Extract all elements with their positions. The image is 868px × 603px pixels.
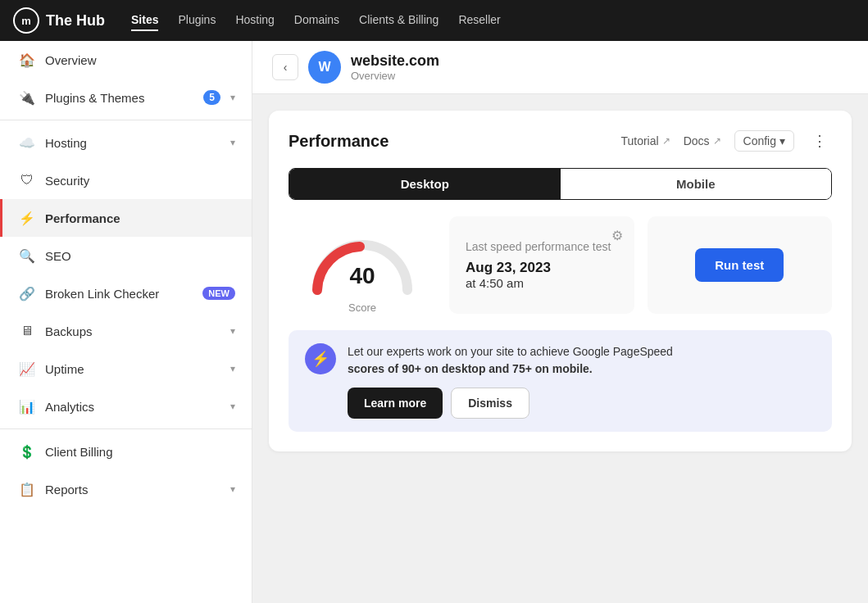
site-name: website.com (351, 52, 439, 70)
avatar: W (308, 51, 341, 84)
sidebar-item-broken-link[interactable]: 🔗 Broken Link Checker NEW (0, 274, 252, 312)
nav-hosting[interactable]: Hosting (235, 10, 274, 31)
sidebar-item-performance[interactable]: ⚡ Performance (0, 199, 252, 237)
promo-text-line1: Let our experts work on your site to ach… (348, 345, 673, 358)
sidebar-hosting-label: Hosting (45, 136, 220, 150)
sidebar-security-label: Security (45, 174, 235, 188)
score-label: Score (348, 302, 376, 314)
plugins-badge: 5 (203, 90, 220, 105)
learn-more-button[interactable]: Learn more (348, 388, 443, 419)
sidebar-client-billing-label: Client Billing (45, 445, 235, 459)
nav-clients-billing[interactable]: Clients & Billing (359, 10, 439, 31)
nav-sites[interactable]: Sites (131, 10, 158, 31)
sidebar-backups-label: Backups (45, 324, 220, 338)
cloud-icon: ☁️ (19, 134, 35, 151)
sidebar-item-hosting[interactable]: ☁️ Hosting ▾ (0, 124, 252, 161)
performance-title: Performance (289, 132, 389, 151)
docs-label: Docs (684, 134, 710, 147)
chevron-down-icon: ▾ (230, 92, 235, 103)
performance-tabs: Desktop Mobile (289, 168, 832, 200)
tab-desktop-label: Desktop (401, 177, 449, 191)
performance-section: Performance Tutorial ↗ Docs ↗ Config ▾ (252, 94, 868, 468)
tab-mobile[interactable]: Mobile (561, 169, 832, 199)
top-nav: m The Hub Sites Plugins Hosting Domains … (0, 0, 868, 41)
sidebar-item-plugins-themes[interactable]: 🔌 Plugins & Themes 5 ▾ (0, 79, 252, 116)
chevron-down-icon-analytics: ▾ (230, 401, 235, 412)
gauge-svg: 40 (301, 216, 424, 298)
analytics-icon: 📊 (19, 398, 35, 415)
promo-text-line2: scores of 90+ on desktop and 75+ on mobi… (348, 362, 593, 375)
run-test-card: Run test (648, 216, 833, 314)
external-link-icon-tutorial: ↗ (662, 135, 670, 147)
sidebar-item-backups[interactable]: 🖥 Backups ▾ (0, 312, 252, 350)
settings-icon[interactable]: ⚙ (611, 228, 623, 243)
speed-test-time: at 4:50 am (466, 276, 618, 290)
shield-icon: 🛡 (19, 172, 35, 188)
sidebar-item-seo[interactable]: 🔍 SEO (0, 237, 252, 274)
sidebar-item-uptime[interactable]: 📈 Uptime ▾ (0, 350, 252, 388)
config-button[interactable]: Config ▾ (734, 130, 794, 152)
plug-icon: 🔌 (19, 89, 35, 106)
sidebar-broken-link-label: Broken Link Checker (45, 287, 193, 301)
sidebar-reports-label: Reports (45, 483, 220, 496)
back-button[interactable]: ‹ (272, 54, 298, 80)
sidebar-seo-label: SEO (45, 249, 235, 263)
site-header: ‹ W website.com Overview (252, 41, 868, 94)
layout: 🏠 Overview 🔌 Plugins & Themes 5 ▾ ☁️ Hos… (0, 41, 868, 603)
run-test-button[interactable]: Run test (695, 248, 784, 282)
new-badge: NEW (202, 287, 235, 300)
sidebar-item-overview[interactable]: 🏠 Overview (0, 41, 252, 79)
logo-icon: m (13, 7, 39, 34)
dismiss-button[interactable]: Dismiss (451, 388, 529, 419)
lightning-icon: ⚡ (19, 210, 35, 226)
gauge-container: 40 Score (289, 216, 436, 314)
tutorial-link[interactable]: Tutorial ↗ (620, 134, 670, 147)
chevron-down-icon-backups: ▾ (230, 325, 235, 337)
sidebar-item-analytics[interactable]: 📊 Analytics ▾ (0, 388, 252, 425)
house-icon: 🏠 (19, 52, 35, 68)
top-nav-links: Sites Plugins Hosting Domains Clients & … (131, 10, 501, 31)
external-link-icon-docs: ↗ (713, 135, 721, 147)
reports-icon: 📋 (19, 481, 35, 497)
dollar-icon: 💲 (19, 443, 35, 460)
promo-actions: Learn more Dismiss (348, 388, 816, 419)
promo-content: ⚡ Let our experts work on your site to a… (305, 343, 816, 378)
nav-domains[interactable]: Domains (294, 10, 339, 31)
sidebar-analytics-label: Analytics (45, 400, 220, 414)
site-info: website.com Overview (351, 52, 439, 82)
sidebar: 🏠 Overview 🔌 Plugins & Themes 5 ▾ ☁️ Hos… (0, 41, 252, 603)
config-label: Config (743, 134, 776, 147)
link-icon: 🔗 (19, 285, 35, 302)
chevron-down-icon-hosting: ▾ (230, 137, 235, 148)
sidebar-item-security[interactable]: 🛡 Security (0, 161, 252, 199)
nav-reseller[interactable]: Reseller (458, 10, 500, 31)
uptime-icon: 📈 (19, 360, 35, 377)
more-options-button[interactable]: ⋮ (807, 130, 832, 152)
speed-info-title: Last speed performance test (466, 240, 618, 253)
nav-plugins[interactable]: Plugins (178, 10, 216, 31)
sidebar-divider-1 (0, 120, 252, 120)
sidebar-plugins-label: Plugins & Themes (45, 91, 193, 105)
docs-link[interactable]: Docs ↗ (684, 134, 721, 147)
performance-card: Performance Tutorial ↗ Docs ↗ Config ▾ (269, 111, 852, 451)
score-area: 40 Score ⚙ Last speed performance test A… (289, 216, 832, 314)
promo-text: Let our experts work on your site to ach… (348, 343, 673, 378)
tab-desktop[interactable]: Desktop (289, 169, 561, 199)
tutorial-label: Tutorial (620, 134, 658, 147)
sidebar-item-reports[interactable]: 📋 Reports ▾ (0, 470, 252, 508)
sidebar-item-client-billing[interactable]: 💲 Client Billing (0, 433, 252, 470)
svg-text:40: 40 (349, 263, 375, 288)
performance-header: Performance Tutorial ↗ Docs ↗ Config ▾ (289, 130, 832, 152)
tab-mobile-label: Mobile (676, 177, 716, 191)
chevron-down-icon-uptime: ▾ (230, 363, 235, 374)
avatar-letter: W (318, 60, 330, 75)
logo[interactable]: m The Hub (13, 7, 105, 34)
sidebar-performance-label: Performance (45, 211, 235, 225)
speed-info-card: ⚙ Last speed performance test Aug 23, 20… (449, 216, 634, 314)
seo-icon: 🔍 (19, 247, 35, 264)
sidebar-uptime-label: Uptime (45, 362, 220, 376)
backups-icon: 🖥 (19, 323, 35, 339)
speed-test-date: Aug 23, 2023 (466, 260, 618, 276)
performance-actions: Tutorial ↗ Docs ↗ Config ▾ ⋮ (620, 130, 832, 152)
promo-banner: ⚡ Let our experts work on your site to a… (289, 330, 832, 432)
